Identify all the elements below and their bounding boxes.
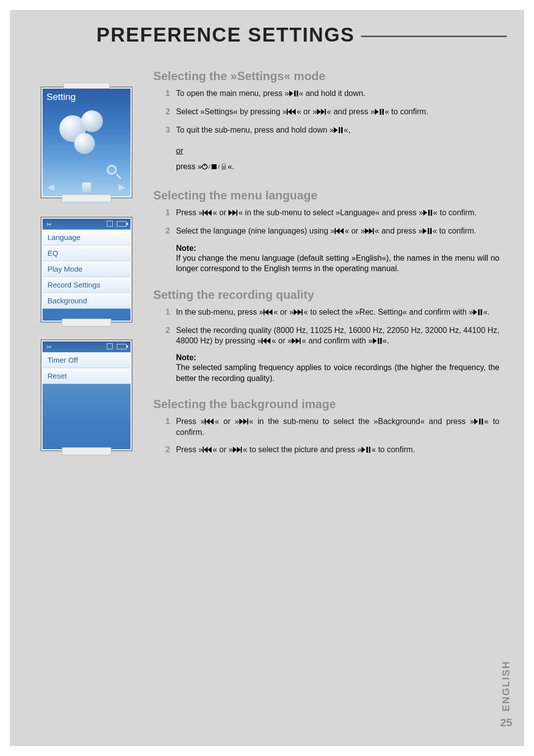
gears-icon [59,110,107,158]
tool-icon: ✂ [46,343,52,351]
page-title: PREFERENCE SETTINGS [96,24,361,46]
step-number: 2 [153,106,176,118]
step-number: 2 [153,444,176,456]
menu-item: Play Mode [43,261,131,277]
trash-icon [82,183,91,192]
battery-icon [117,344,127,349]
page-content: PREFERENCE SETTINGS Setting ◀ ▶ ✂ Langua… [10,10,524,746]
instruction-list: 1In the sub-menu, press »« or »« to sele… [153,307,499,346]
menu-item: EQ [43,245,131,261]
right-arrow-icon: ▶ [119,182,126,192]
left-arrow-icon: ◀ [47,182,54,192]
main-text-column: Selecting the »Settings« mode1To open th… [153,69,499,463]
step-text: To open the main menu, press »« and hold… [176,88,499,99]
section-heading: Setting the recording quality [153,288,499,302]
menu-item: Reset [43,368,131,384]
instruction-item: 1To open the main menu, press »« and hol… [153,88,499,99]
or-block: orpress »«. [176,143,499,175]
step-number: 1 [153,88,176,99]
step-text: Select the recording quality (8000 Hz, 1… [176,325,499,346]
device-screenshot-menu1: ✂ LanguageEQPlay ModeRecord SettingsBack… [41,217,133,323]
step-number: 2 [153,226,176,237]
battery-icon [117,221,127,227]
screenshot-tab-bottom [62,319,111,327]
side-label: ENGLISH 25 [500,661,512,729]
screenshot-setting-label: Setting [46,92,76,102]
step-text: Press »« or « in the sub-menu to select … [176,207,499,219]
language-label: ENGLISH [500,661,512,711]
screenshot-tab-bottom [62,194,111,202]
instruction-item: 2Select the recording quality (8000 Hz, … [153,325,499,346]
step-number: 2 [153,325,176,346]
instruction-item: 3To quit the sub-menu, press and hold do… [153,125,499,136]
step-text: Press »« or »« to select the picture and… [176,444,499,456]
step-number: 1 [153,307,176,318]
device-screenshot-setting: Setting ◀ ▶ [41,87,133,198]
section-heading: Selecting the »Settings« mode [153,69,499,83]
instruction-list: 1Press »« or « in the sub-menu to select… [153,207,499,237]
menu-list-1: LanguageEQPlay ModeRecord SettingsBackgr… [43,230,131,309]
menu-item: Record Settings [43,277,131,293]
instruction-item: 2Press »« or »« to select the picture an… [153,444,499,456]
section-heading: Selecting the menu language [153,189,499,202]
step-text: Press »« or »« in the sub-menu to select… [176,416,499,437]
device-screenshot-menu2: ✂ Timer OffReset [41,339,133,451]
magnifier-icon [107,165,122,180]
step-text: To quit the sub-menu, press and hold dow… [176,125,499,136]
instruction-item: 2Select »Settings« by pressing »« or »« … [153,106,499,118]
title-bar: PREFERENCE SETTINGS [96,24,507,46]
instruction-item: 2Select the language (nine languages) us… [153,226,499,237]
instruction-item: 1Press »« or « in the sub-menu to select… [153,207,499,219]
step-number: 1 [153,207,176,219]
step-text: Select »Settings« by pressing »« or »« a… [176,106,499,118]
status-bar: ✂ [43,341,131,352]
menu-item: Background [43,293,131,309]
step-text: In the sub-menu, press »« or »« to selec… [176,307,499,318]
note-body: If you change the menu language (default… [176,253,499,274]
card-icon [107,343,113,349]
step-number: 3 [153,125,176,136]
screenshot-tab-bottom [62,447,111,455]
section-heading: Selecting the background image [153,397,499,411]
tool-icon: ✂ [46,221,52,228]
note-body: The selected sampling frequency applies … [176,362,499,383]
note-label: Note: [176,353,499,362]
menu-item: Language [43,230,131,245]
menu-list-2: Timer OffReset [43,352,131,384]
instruction-list: 1To open the main menu, press »« and hol… [153,88,499,136]
instruction-item: 1Press »« or »« in the sub-menu to selec… [153,416,499,437]
page-number: 25 [500,716,512,729]
title-rule [361,36,507,37]
note-label: Note: [176,244,499,253]
step-number: 1 [153,416,176,437]
menu-item: Timer Off [43,352,131,368]
status-bar: ✂ [43,219,131,230]
card-icon [107,221,113,227]
step-text: Select the language (nine languages) usi… [176,226,499,237]
instruction-list: 1Press »« or »« in the sub-menu to selec… [153,416,499,456]
instruction-item: 1In the sub-menu, press »« or »« to sele… [153,307,499,318]
